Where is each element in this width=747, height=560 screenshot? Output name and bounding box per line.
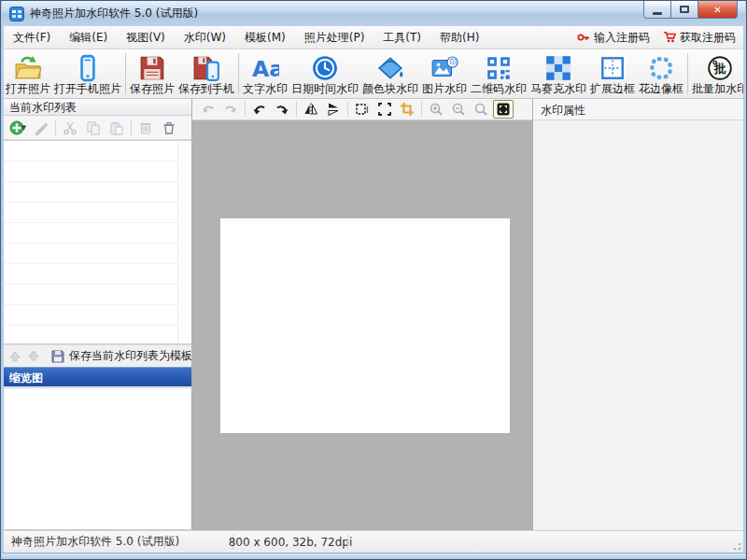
menu-file[interactable]: 文件(F) [4,26,60,49]
list-row [4,244,177,264]
right-panel: 水印属性 [533,99,743,530]
zoom-fit-icon [496,102,511,117]
thumbnail-header: 缩览图 [4,367,191,386]
window-frame-bottom [2,553,745,560]
list-row [4,203,177,223]
window-controls: ✕ [643,1,738,19]
move-down-button[interactable] [26,347,41,366]
save-template-label[interactable]: 保存当前水印列表为模板 [69,348,192,364]
app-window: 神奇照片加水印软件 5.0 (试用版) ✕ 文件(F) 编辑(E) 视图(V) … [0,0,747,560]
expand-border-icon [599,53,627,82]
menu-watermark[interactable]: 水印(W) [175,26,235,49]
save-template-icon [50,349,65,364]
register-area: 输入注册码 获取注册码 [577,30,743,46]
datetime-watermark-icon [311,53,339,82]
enter-regcode-link[interactable]: 输入注册码 [577,30,650,46]
datetime-watermark-button[interactable]: 日期时间水印 [289,49,360,98]
list-row [4,264,177,285]
zoom-fit-button[interactable] [493,100,514,119]
open-photo-button[interactable]: 打开照片 [4,49,52,98]
clear-all-button[interactable] [159,119,179,137]
cut-watermark-button[interactable] [60,119,80,137]
zoom-in-icon [429,102,444,117]
list-row [4,223,177,244]
redo-icon [223,102,238,117]
save-template-button[interactable] [50,347,65,366]
resize-grip[interactable] [730,539,741,551]
zoom-actual-button[interactable] [471,100,491,119]
crop-button[interactable] [397,100,417,119]
expand-border-button[interactable]: 扩展边框 [588,49,637,98]
edit-watermark-button[interactable] [31,119,51,137]
image-watermark-button[interactable]: 印 图片水印 [420,49,469,98]
menu-edit[interactable]: 编辑(E) [60,26,117,49]
separator [55,120,56,135]
maximize-button[interactable] [671,1,698,19]
get-regcode-link[interactable]: 获取注册码 [663,30,736,46]
add-watermark-button[interactable]: ▼ [7,119,28,137]
mosaic-watermark-icon [544,53,572,82]
watermark-list[interactable] [4,140,191,344]
minimize-icon [653,12,662,15]
flip-vertical-button[interactable] [323,100,344,119]
redo-button[interactable] [220,100,241,119]
crop-icon [400,102,415,117]
titlebar[interactable]: 神奇照片加水印软件 5.0 (试用版) ✕ [2,1,745,26]
watermark-properties-body [533,120,743,530]
list-row [4,285,177,305]
save-to-phone-button[interactable]: 保存到手机 [176,49,236,98]
zoom-in-button[interactable] [426,100,446,119]
main-toolbar: 打开照片 打开手机照片 保存照片 保存到手机 Aa 文字水印 日期时间水印 颜色… [4,49,743,99]
save-photo-icon [138,53,166,82]
move-up-button[interactable] [7,347,22,366]
watermark-list-header: 当前水印列表 [4,99,191,116]
separator [347,102,348,117]
list-scrollbar [177,141,191,343]
flip-horizontal-button[interactable] [301,100,321,119]
svg-text:印: 印 [450,58,458,66]
copy-watermark-button[interactable] [83,119,104,137]
close-button[interactable]: ✕ [698,1,738,19]
menubar: 文件(F) 编辑(E) 视图(V) 水印(W) 模板(M) 照片处理(P) 工具… [4,26,743,49]
resize-icon: I [355,102,370,117]
menu-template[interactable]: 模板(M) [235,26,295,49]
expand-canvas-button[interactable] [374,100,395,119]
undo-button[interactable] [198,100,218,119]
qrcode-watermark-button[interactable]: 二维码水印 [469,49,529,98]
zoom-out-button[interactable] [448,100,469,119]
rotate-right-button[interactable] [272,100,292,119]
resize-canvas-button[interactable]: I [352,100,373,119]
save-photo-button[interactable]: 保存照片 [128,49,176,98]
text-watermark-button[interactable]: Aa 文字水印 [241,49,289,98]
color-block-watermark-button[interactable]: 颜色块水印 [360,49,420,98]
paste-watermark-button[interactable] [106,119,127,137]
lace-frame-button[interactable]: 花边像框 [637,49,685,98]
mosaic-watermark-button[interactable]: 马赛克水印 [529,49,588,98]
qrcode-watermark-icon [485,53,513,82]
toolbar-separator [125,53,126,94]
save-to-phone-icon [192,53,220,82]
menu-help[interactable]: 帮助(H) [430,26,488,49]
batch-watermark-button[interactable]: 批 批量加水印 [690,49,743,98]
menu-view[interactable]: 视图(V) [117,26,175,49]
text-watermark-icon: Aa [251,53,279,82]
trash-icon [162,120,176,135]
open-phone-photo-icon [74,53,102,82]
rotate-left-button[interactable] [249,100,270,119]
batch-watermark-icon: 批 [706,53,734,82]
pencil-icon [34,120,49,135]
delete-watermark-button[interactable] [135,119,156,137]
menu-tools[interactable]: 工具(T) [374,26,430,49]
canvas-toolbar: I [192,99,532,120]
open-phone-photo-button[interactable]: 打开手机照片 [52,49,123,98]
minimize-button[interactable] [643,1,671,19]
menu-photo-process[interactable]: 照片处理(P) [295,26,374,49]
separator [131,120,132,135]
zoom-out-icon [451,102,466,117]
list-row [4,161,177,182]
left-panel: 当前水印列表 ▼ [4,99,192,530]
main-area: 当前水印列表 ▼ [4,99,743,530]
svg-text:Aa: Aa [252,55,279,81]
photo-canvas[interactable] [220,218,510,433]
toolbar-separator [238,53,239,94]
